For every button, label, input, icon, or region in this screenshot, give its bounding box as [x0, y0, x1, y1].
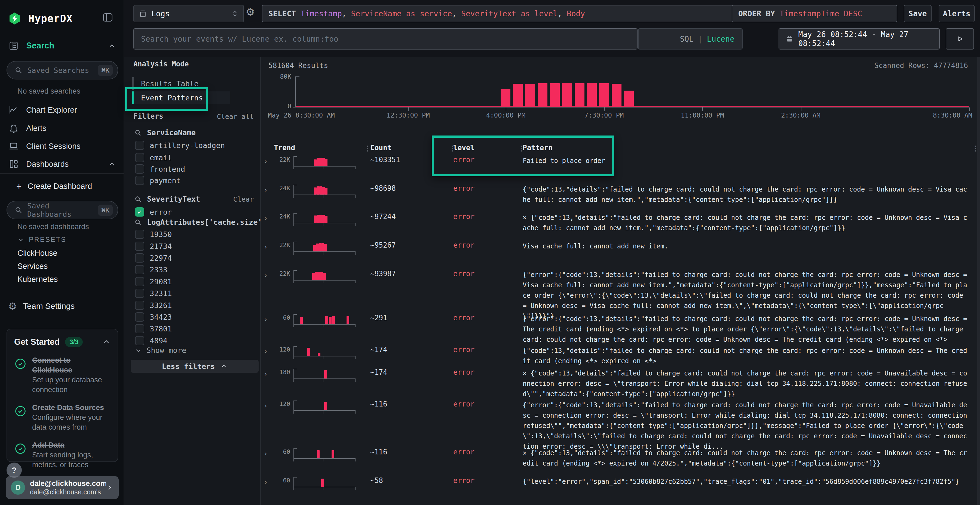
filter-checkbox[interactable] [135, 153, 144, 162]
sidebar-item-alerts[interactable]: Alerts [8, 121, 117, 135]
sidebar-item-client-sessions[interactable]: Client Sessions [8, 139, 117, 153]
col-trend[interactable]: Trend [274, 144, 295, 152]
histogram-bar[interactable] [538, 83, 547, 107]
trend-bar [317, 215, 319, 223]
date-range-picker[interactable]: May 26 08:52:44 - May 27 08:52:44 [778, 28, 940, 49]
clear-filter-button[interactable]: Clear [233, 195, 254, 203]
filter-checkbox[interactable] [135, 312, 144, 322]
histogram-bar[interactable] [513, 84, 523, 107]
filter-checkbox[interactable]: ✓ [135, 207, 144, 217]
filter-option[interactable]: 33261 [135, 300, 172, 311]
filter-checkbox[interactable] [135, 277, 144, 286]
get-started-item[interactable]: Connect to ClickHouseSet up your databas… [14, 355, 111, 395]
filter-checkbox[interactable] [135, 230, 144, 239]
filter-checkbox[interactable] [135, 324, 144, 333]
filter-option[interactable]: 34423 [135, 311, 172, 322]
trend-bar [318, 272, 320, 280]
sidebar-item-team-settings[interactable]: ⚙ Team Settings [8, 299, 117, 313]
order-by-editor[interactable]: ORDER BY TimestampTime DESC [732, 5, 897, 22]
sidebar-item-chart-explorer[interactable]: Chart Explorer [8, 103, 117, 117]
chart-line-icon [8, 105, 19, 115]
filter-checkbox[interactable] [135, 141, 144, 150]
histogram-bar[interactable] [599, 83, 609, 107]
filter-option[interactable]: 29081 [135, 276, 172, 287]
filter-checkbox[interactable] [135, 336, 144, 345]
level-value: error [453, 241, 474, 249]
sidebar-item-dashboards[interactable]: Dashboards [8, 157, 117, 171]
no-saved-dashboards-text: No saved dashboards [18, 222, 89, 231]
trend-bar [325, 216, 328, 223]
filter-option[interactable]: 32311 [135, 288, 172, 299]
filter-option[interactable]: payment [135, 175, 181, 186]
level-value: error [453, 368, 474, 376]
trend-bar [314, 187, 317, 195]
chevron-up-icon[interactable] [108, 42, 116, 50]
filter-option[interactable]: email [135, 152, 172, 163]
sidebar-collapse-icon[interactable] [102, 11, 114, 24]
chevron-up-icon[interactable] [108, 160, 116, 168]
scrollbar[interactable] [977, 57, 980, 505]
date-range-value: May 26 08:52:44 - May 27 08:52:44 [798, 30, 932, 48]
col-pattern[interactable]: Pattern [523, 144, 553, 152]
user-menu[interactable]: D dale@clickhouse.com dale@clickhouse.co… [6, 476, 119, 499]
col-count[interactable]: Count [370, 144, 391, 152]
filter-option[interactable]: 19350 [135, 229, 172, 240]
filter-checkbox[interactable] [135, 253, 144, 262]
saved-dashboards-input[interactable]: Saved Dashboards ⌘K [6, 201, 118, 219]
less-filters-button[interactable]: Less filters [130, 360, 259, 373]
filter-checkbox[interactable] [135, 265, 144, 274]
filter-option[interactable]: 21734 [135, 241, 172, 252]
search-input[interactable]: Search your events w/ Lucene ex. column:… [134, 28, 638, 49]
alerts-button[interactable]: Alerts [939, 5, 975, 22]
sidebar-alerts-label: Alerts [26, 124, 46, 133]
filter-option[interactable]: artillery-loadgen [135, 140, 225, 151]
filter-option[interactable]: 37801 [135, 323, 172, 334]
source-select[interactable]: Logs [134, 5, 244, 22]
histogram-bar[interactable] [587, 83, 597, 107]
filter-checkbox[interactable] [135, 241, 144, 251]
create-dashboard-button[interactable]: + Create Dashboard [16, 181, 92, 192]
x-axis-tick [408, 108, 409, 111]
help-button[interactable]: ? [6, 462, 22, 478]
histogram-bar[interactable] [501, 89, 511, 107]
run-query-button[interactable] [946, 28, 974, 49]
histogram-bar[interactable] [624, 91, 634, 107]
filter-option[interactable]: ✓error [135, 206, 172, 218]
x-axis-tick [506, 108, 506, 111]
analysis-mode-event-patterns[interactable]: Event Patterns [132, 91, 230, 104]
show-more-button[interactable]: Show more [134, 346, 186, 354]
sidebar-preset-services[interactable]: Services [18, 260, 48, 272]
filter-option[interactable]: frontend [135, 164, 185, 175]
get-started-item[interactable]: Create Data SourcesConfigure where your … [14, 403, 111, 432]
saved-searches-input[interactable]: Saved Searches ⌘K [6, 61, 118, 79]
language-lucene-option[interactable]: Lucene [707, 35, 735, 43]
check-circle-icon [14, 405, 27, 432]
presets-toggle[interactable]: PRESETS [17, 236, 67, 243]
histogram-bar[interactable] [550, 83, 560, 107]
clear-all-button[interactable]: Clear all [217, 113, 254, 121]
histogram-bar[interactable] [612, 84, 622, 107]
filter-checkbox[interactable] [135, 164, 144, 173]
search-icon [134, 218, 142, 226]
save-button[interactable]: Save [904, 5, 932, 22]
histogram-bar[interactable] [562, 83, 572, 107]
chevron-up-icon[interactable] [102, 338, 111, 346]
y-axis-max-label: 80K [275, 73, 291, 80]
sidebar-preset-clickhouse[interactable]: ClickHouse [18, 247, 57, 259]
count-value: ~116 [370, 448, 387, 456]
filter-checkbox[interactable] [135, 301, 144, 310]
histogram-bar[interactable] [525, 84, 535, 107]
analysis-mode-results-table[interactable]: Results Table [132, 77, 230, 90]
filter-option[interactable]: 4894 [135, 335, 167, 346]
histogram-bar[interactable] [575, 83, 584, 107]
sidebar-preset-kubernetes[interactable]: Kubernetes [18, 273, 58, 285]
filter-option[interactable]: 2333 [135, 264, 167, 275]
col-level[interactable]: level [453, 144, 474, 152]
source-settings-gear-icon[interactable]: ⚙ [245, 6, 255, 18]
language-sql-option[interactable]: SQL [680, 35, 694, 43]
filter-option[interactable]: 22974 [135, 252, 172, 264]
filter-checkbox[interactable] [135, 289, 144, 298]
sidebar-item-search[interactable]: Search [8, 39, 117, 52]
filter-checkbox[interactable] [135, 176, 144, 185]
get-started-item[interactable]: Add DataStart sending logs, metrics, or … [14, 440, 111, 470]
